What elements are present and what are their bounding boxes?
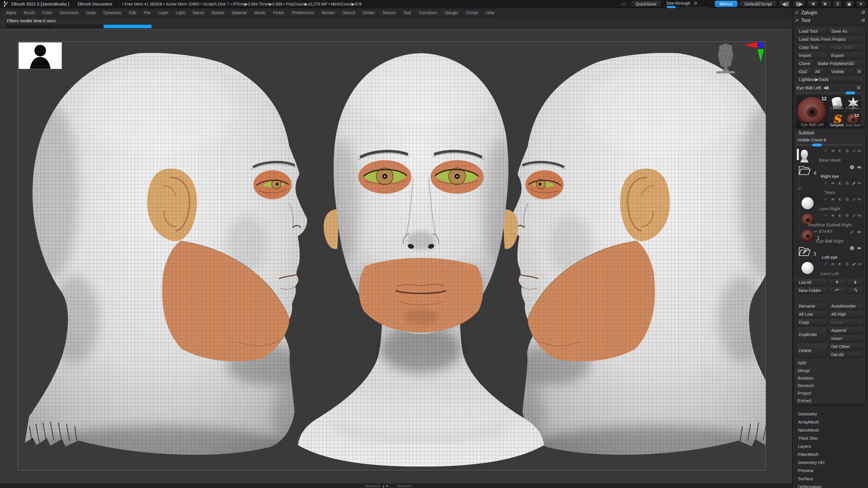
- polypaint-brush-icon[interactable]: [849, 230, 855, 234]
- half-shade-icon[interactable]: [838, 148, 842, 153]
- contrast-icon[interactable]: [844, 148, 849, 153]
- load-tools-from-project-button[interactable]: Load Tools From Project: [796, 36, 864, 42]
- float-left-icon[interactable]: [807, 1, 818, 7]
- goz-button[interactable]: GoZ: [796, 68, 811, 75]
- visibility-eye-icon[interactable]: [857, 197, 862, 202]
- clone-button[interactable]: Clone: [796, 60, 814, 67]
- mouth-polygroup[interactable]: [359, 258, 483, 332]
- refresh-icon[interactable]: ↺: [861, 9, 865, 15]
- move-up-button[interactable]: [828, 279, 845, 286]
- export-button[interactable]: Export: [828, 52, 864, 59]
- contrast-icon[interactable]: [844, 181, 849, 186]
- polypaint-brush-icon[interactable]: [851, 197, 857, 202]
- current-tool-thumbnail[interactable]: 12 Eye Ball Left: [796, 95, 828, 128]
- see-through-slider[interactable]: See-through 0: [663, 1, 713, 8]
- section-extract[interactable]: Extract: [794, 397, 865, 404]
- menu-zscript[interactable]: Zscript: [463, 9, 481, 16]
- viewport-3d[interactable]: [18, 42, 766, 470]
- tool-palette-header[interactable]: Tool ↺: [793, 17, 868, 24]
- tool-slot-cylinder[interactable]: Cylinder: [829, 95, 844, 111]
- menu-light[interactable]: Light: [173, 9, 188, 16]
- duplicate-button[interactable]: Duplicate: [796, 327, 827, 342]
- tool-slot-polymesh[interactable]: PolyMes: [845, 95, 861, 111]
- menu-material[interactable]: Material: [229, 9, 249, 16]
- default-zscript-button[interactable]: DefaultZScript: [740, 1, 777, 7]
- polypaint-pair-icon[interactable]: [831, 213, 836, 218]
- autoreorder-button[interactable]: AutoReorder: [828, 302, 864, 310]
- section-layers[interactable]: Layers: [793, 442, 868, 450]
- section-merge[interactable]: Merge: [794, 366, 865, 374]
- menu-macro[interactable]: Macro: [190, 9, 207, 16]
- menu-tool[interactable]: Tool: [400, 9, 414, 16]
- scroll-arrows[interactable]: ▲▼: [382, 484, 389, 488]
- menu-document[interactable]: Document: [57, 9, 81, 16]
- polypaint-pair-icon[interactable]: [831, 181, 836, 186]
- section-fibermesh[interactable]: FiberMesh: [793, 450, 868, 458]
- menu-movie[interactable]: Movie: [251, 9, 268, 16]
- save-as-button[interactable]: Save As: [828, 28, 864, 34]
- half-shade-icon[interactable]: [838, 181, 842, 186]
- visibility-eye-icon[interactable]: [857, 213, 862, 218]
- del-other-button[interactable]: Del Other: [828, 343, 864, 350]
- contrast-icon[interactable]: [844, 262, 849, 266]
- visibility-eye-icon[interactable]: [857, 230, 862, 234]
- menu-file[interactable]: File: [141, 9, 153, 16]
- divider-segment[interactable]: [55, 25, 103, 28]
- section-arraymesh[interactable]: ArrayMesh: [793, 418, 868, 426]
- quicksave-button[interactable]: QuickSave: [630, 1, 661, 7]
- menu-stroke[interactable]: Stroke: [360, 9, 377, 16]
- list-all-button[interactable]: List All: [796, 279, 827, 286]
- menu-picker[interactable]: Picker: [270, 9, 287, 16]
- subtool-row-lens-right[interactable]: Lens Right: [796, 196, 863, 212]
- menu-draw[interactable]: Draw: [83, 9, 99, 16]
- section-project[interactable]: Project: [794, 389, 865, 397]
- delete-button[interactable]: Delete: [796, 343, 827, 358]
- section-geometry-hd[interactable]: Geometry HD: [793, 458, 868, 466]
- insert-button[interactable]: Insert: [828, 335, 864, 342]
- tool-slot-simplebrush[interactable]: S SimpleB: [829, 112, 844, 128]
- subtool-header[interactable]: Subtool: [796, 129, 864, 137]
- polypaint-brush-icon[interactable]: [851, 262, 857, 266]
- collapse-arrow-icon[interactable]: [824, 213, 829, 218]
- menu-render[interactable]: Render: [319, 9, 338, 16]
- subtool-row-right-eye-folder[interactable]: 4 Right eye: [796, 164, 863, 180]
- tool-slot-eyeball[interactable]: 12 Eye Ball: [845, 112, 861, 128]
- dock-right-icon[interactable]: ||||▶: [793, 1, 805, 7]
- close-icon[interactable]: ✕: [856, 1, 866, 7]
- menu-layer[interactable]: Layer: [155, 9, 171, 16]
- goz-all-button[interactable]: All: [812, 68, 827, 75]
- section-remesh[interactable]: Remesh: [794, 382, 865, 389]
- dock-left-icon[interactable]: ◀||||: [779, 1, 791, 7]
- head-model-center[interactable]: [298, 53, 544, 466]
- visible-count-slider-handle[interactable]: [812, 144, 822, 146]
- document-preview-thumbnail[interactable]: [19, 42, 62, 69]
- contrast-icon[interactable]: [844, 213, 849, 218]
- head-model-left[interactable]: [24, 53, 307, 470]
- copy-tool-button[interactable]: Copy Tool: [796, 44, 827, 51]
- collapse-arrow-icon[interactable]: [824, 197, 829, 202]
- lightbox-divider-bar[interactable]: [6, 25, 152, 28]
- half-shade-icon[interactable]: [838, 262, 842, 266]
- polypaint-pair-icon[interactable]: [831, 262, 836, 266]
- subtool-row-base-head[interactable]: Base Head: [796, 148, 863, 164]
- menu-zplugin[interactable]: Zplugin: [442, 9, 461, 16]
- goz-r-button[interactable]: R: [855, 68, 864, 75]
- scrollbar-handle-right[interactable]: [397, 485, 412, 487]
- active-tool-slider-handle[interactable]: [846, 92, 855, 94]
- refresh-icon[interactable]: ↺: [861, 18, 865, 24]
- menu-edit[interactable]: Edit: [126, 9, 139, 16]
- zplugin-palette-header[interactable]: Zplugin ↺: [793, 9, 868, 17]
- eye-left-head[interactable]: [253, 170, 292, 199]
- subtool-row-eye-ball-right[interactable]: 1 ↩ START Eye Ball Right: [796, 228, 863, 245]
- rename-button[interactable]: Rename: [796, 302, 827, 310]
- visibility-eye-icon[interactable]: [857, 246, 862, 251]
- subtool-row-lens-left[interactable]: Lens Left: [796, 261, 863, 277]
- move-into-folder-button[interactable]: [846, 287, 864, 294]
- camera-view-head-icon[interactable]: [715, 42, 736, 73]
- subtool-scrollbar[interactable]: [797, 149, 799, 160]
- divider-segment[interactable]: [6, 25, 55, 28]
- all-high-button[interactable]: All High: [828, 311, 864, 318]
- move-out-folder-button[interactable]: [828, 287, 845, 294]
- restore-icon[interactable]: ▣: [844, 1, 854, 7]
- goz-visible-button[interactable]: Visible: [828, 68, 854, 75]
